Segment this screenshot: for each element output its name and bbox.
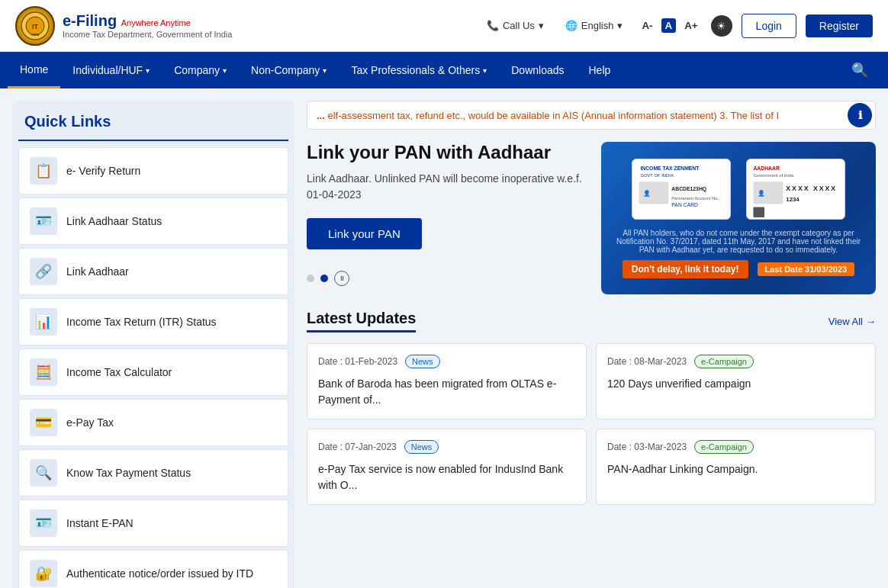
svg-text:ABCDE123HQ: ABCDE123HQ [671, 185, 707, 191]
quick-link-icon: 💳 [30, 409, 57, 436]
nav-item-individual[interactable]: Individual/HUF ▾ [60, 52, 162, 88]
updates-header: Latest Updates View All → [307, 310, 876, 333]
contrast-button[interactable]: ☀ [711, 15, 732, 37]
nav-help-label: Help [589, 64, 611, 76]
update-text: Bank of Baroda has been migrated from OL… [318, 376, 575, 408]
nav-search-button[interactable]: 🔍 [839, 52, 880, 88]
update-card[interactable]: Date : 03-Mar-2023 e-Campaign PAN-Aadhar… [596, 429, 876, 505]
link-pan-button[interactable]: Link your PAN [307, 218, 422, 249]
quick-link-item[interactable]: 🔐 Authenticate notice/order issued by IT… [18, 550, 288, 588]
quick-link-item[interactable]: 🪪 Instant E-PAN [18, 500, 288, 547]
quick-link-label: e- Verify Return [66, 165, 140, 177]
quick-link-label: Link Aadhaar Status [66, 215, 162, 227]
svg-text:XXXX XXXX: XXXX XXXX [786, 184, 837, 191]
updates-title: Latest Updates [307, 310, 416, 333]
main-content: Quick Links 📋 e- Verify Return 🪪 Link Aa… [0, 88, 888, 588]
logo-tagline: Anywhere Anytime [121, 18, 191, 27]
news-ticker: ... elf-assessment tax, refund etc., wou… [307, 101, 876, 130]
font-increase-button[interactable]: A+ [680, 18, 701, 33]
hero-subtitle: Link Aadhaar. Unlinked PAN will become i… [307, 171, 589, 203]
hero-section: Link your PAN with Aadhaar Link Aadhaar.… [307, 142, 876, 294]
hero-text: Link your PAN with Aadhaar Link Aadhaar.… [307, 142, 589, 286]
update-text: PAN-Aadhar Linking Campaign. [607, 461, 864, 477]
nav-home-label: Home [20, 63, 48, 76]
svg-text:1234: 1234 [786, 195, 800, 202]
hero-title: Link your PAN with Aadhaar [307, 142, 589, 163]
header: IT INDIA e-Filing Anywhere Anytime Incom… [0, 0, 888, 52]
nav-item-noncompany[interactable]: Non-Company ▾ [239, 52, 339, 88]
updates-grid: Date : 01-Feb-2023 News Bank of Baroda h… [307, 343, 876, 505]
latest-updates-section: Latest Updates View All → Date : 01-Feb-… [307, 310, 876, 505]
svg-text:PAN CARD: PAN CARD [671, 202, 698, 207]
update-card[interactable]: Date : 07-Jan-2023 News e-Pay Tax servic… [307, 429, 587, 505]
update-date: Date : 01-Feb-2023 [318, 356, 397, 367]
quick-link-icon: 🔐 [30, 560, 57, 587]
nav-item-home[interactable]: Home [8, 52, 60, 88]
chevron-down-icon: ▾ [483, 66, 487, 75]
update-badge: News [404, 440, 439, 454]
quick-link-item[interactable]: 🔍 Know Tax Payment Status [18, 449, 288, 496]
nav-item-help[interactable]: Help [577, 52, 623, 88]
logo-efiling-text: e-Filing Anywhere Anytime [63, 12, 232, 30]
update-card[interactable]: Date : 01-Feb-2023 News Bank of Baroda h… [307, 343, 587, 419]
login-button[interactable]: Login [742, 14, 796, 38]
update-text: 120 Days unverified campaign [607, 376, 864, 392]
font-normal-button[interactable]: A [661, 18, 677, 33]
quick-link-label: Authenticate notice/order issued by ITD [66, 567, 253, 580]
view-all-link[interactable]: View All → [828, 316, 876, 327]
quick-link-label: Income Tax Return (ITR) Status [66, 316, 217, 328]
quick-link-item[interactable]: 💳 e-Pay Tax [18, 399, 288, 446]
quick-link-item[interactable]: 🪪 Link Aadhaar Status [18, 198, 288, 245]
logo-text: e-Filing Anywhere Anytime Income Tax Dep… [63, 12, 232, 39]
arrow-right-icon: → [866, 316, 876, 327]
nav-item-tax-professionals[interactable]: Tax Professionals & Others ▾ [339, 52, 499, 88]
quick-links-panel: Quick Links 📋 e- Verify Return 🪪 Link Aa… [12, 101, 294, 588]
ticker-text: ... elf-assessment tax, refund etc., wou… [307, 110, 848, 121]
quick-link-icon: 🔗 [30, 258, 57, 285]
svg-text:INCOME TAX ZENMENT: INCOME TAX ZENMENT [640, 165, 700, 170]
right-panel: ... elf-assessment tax, refund etc., wou… [294, 101, 876, 588]
call-us-button[interactable]: 📞 Call Us ▾ [481, 17, 550, 34]
ticker-info-icon[interactable]: ℹ [848, 103, 872, 127]
nav-downloads-label: Downloads [511, 64, 564, 76]
quick-link-icon: 🪪 [30, 207, 57, 235]
quick-link-item[interactable]: 🔗 Link Aadhaar [18, 248, 288, 295]
font-decrease-button[interactable]: A- [638, 18, 656, 33]
header-right: 📞 Call Us ▾ 🌐 English ▾ A- A A+ ☀ Login … [481, 14, 873, 38]
carousel-dot-2[interactable] [320, 275, 328, 282]
update-meta: Date : 01-Feb-2023 News [318, 355, 575, 368]
hero-last-date-badge: Last Date 31/03/2023 [758, 262, 855, 276]
svg-text:GOVT OF INDIA: GOVT OF INDIA [640, 173, 674, 178]
carousel-pause-button[interactable]: ⏸ [334, 271, 349, 286]
quick-links-title: Quick Links [18, 113, 288, 141]
quick-link-icon: 🪪 [30, 509, 57, 537]
carousel-dot-1[interactable] [307, 275, 314, 282]
nav-individual-label: Individual/HUF [72, 64, 143, 76]
quick-link-label: Link Aadhaar [66, 265, 129, 278]
quick-link-label: Know Tax Payment Status [66, 467, 191, 479]
carousel-dots: ⏸ [307, 271, 589, 286]
language-button[interactable]: 🌐 English ▾ [559, 17, 629, 34]
quick-link-label: Income Tax Calculator [66, 366, 172, 378]
update-meta: Date : 03-Mar-2023 e-Campaign [607, 440, 864, 454]
svg-rect-19 [753, 207, 764, 217]
nav-item-downloads[interactable]: Downloads [499, 52, 576, 88]
chevron-down-icon: ▾ [323, 66, 327, 75]
update-meta: Date : 07-Jan-2023 News [318, 440, 575, 454]
update-card[interactable]: Date : 08-Mar-2023 e-Campaign 120 Days u… [596, 343, 876, 419]
logo-subtitle: Income Tax Department, Government of Ind… [63, 30, 232, 39]
nav-item-company[interactable]: Company ▾ [162, 52, 239, 88]
quick-link-label: Instant E-PAN [66, 517, 134, 529]
quick-link-item[interactable]: 📋 e- Verify Return [18, 147, 288, 194]
svg-text:AADHAAR: AADHAAR [753, 165, 780, 170]
quick-link-item[interactable]: 🧮 Income Tax Calculator [18, 349, 288, 396]
update-date: Date : 08-Mar-2023 [607, 356, 687, 367]
register-button[interactable]: Register [806, 14, 873, 37]
quick-link-icon: 🧮 [30, 358, 57, 386]
update-badge: e-Campaign [694, 440, 754, 454]
update-meta: Date : 08-Mar-2023 e-Campaign [607, 355, 864, 368]
svg-text:IT: IT [32, 23, 39, 31]
navbar: Home Individual/HUF ▾ Company ▾ Non-Comp… [0, 52, 888, 88]
logo-area: IT INDIA e-Filing Anywhere Anytime Incom… [15, 6, 232, 46]
quick-link-item[interactable]: 📊 Income Tax Return (ITR) Status [18, 298, 288, 345]
